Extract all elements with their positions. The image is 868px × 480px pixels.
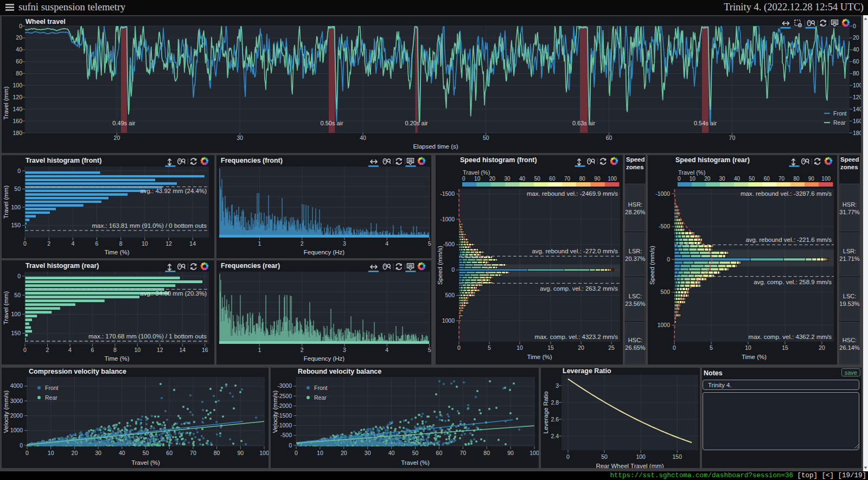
svg-text:15: 15 [547,344,554,351]
svg-text:0: 0 [566,453,570,460]
svg-text:26.65%: 26.65% [625,344,646,351]
svg-text:LSC:: LSC: [843,293,856,299]
svg-text:100: 100 [636,453,646,460]
svg-text:90: 90 [808,176,815,182]
svg-text:20: 20 [704,176,711,182]
svg-text:Time (%): Time (%) [742,354,767,360]
svg-text:LSR:: LSR: [629,248,642,254]
svg-text:90: 90 [507,450,514,456]
svg-text:40: 40 [388,450,395,456]
svg-text:Time (%): Time (%) [527,354,552,360]
svg-text:8: 8 [113,347,117,353]
svg-text:0: 0 [678,176,681,182]
svg-text:-3000: -3000 [277,382,292,389]
svg-text:40: 40 [853,46,859,53]
svg-text:Fequency (Hz): Fequency (Hz) [304,355,345,362]
svg-text:Velocity (mm/s): Velocity (mm/s) [3,391,9,433]
svg-text:0.49s air: 0.49s air [112,120,136,126]
svg-text:80: 80 [793,176,800,182]
svg-text:LSC:: LSC: [629,293,642,299]
svg-text:0.20s air: 0.20s air [405,120,429,126]
svg-text:10: 10 [48,450,54,456]
svg-text:-1000: -1000 [655,190,670,197]
svg-text:-1000: -1000 [277,422,292,428]
svg-text:70: 70 [459,450,466,456]
svg-text:60: 60 [549,176,556,182]
svg-text:40: 40 [734,176,741,182]
svg-text:15: 15 [782,344,788,351]
svg-text:-1000: -1000 [440,216,455,222]
svg-text:Compression velocity balance: Compression velocity balance [29,368,126,375]
svg-text:Velocity (mm/s): Velocity (mm/s) [272,391,278,433]
svg-text:-2500: -2500 [277,393,292,399]
svg-text:avg.: 43.92 mm (24.4%): avg.: 43.92 mm (24.4%) [140,188,207,194]
svg-text:80: 80 [483,450,490,456]
svg-text:HSR:: HSR: [628,201,642,208]
svg-text:6: 6 [91,347,94,353]
svg-text:0: 0 [457,344,461,351]
svg-text:4: 4 [385,240,388,247]
svg-text:0: 0 [25,450,29,456]
svg-text:HSC:: HSC: [628,337,642,343]
svg-text:1000: 1000 [10,427,23,433]
svg-text:Speed histogram (rear): Speed histogram (rear) [675,156,750,164]
svg-text:70: 70 [778,176,785,182]
svg-text:50: 50 [14,185,21,192]
svg-text:80: 80 [214,450,220,456]
svg-text:Time (%): Time (%) [104,355,129,362]
svg-text:avg. rebound vel.: -221.6 mm/s: avg. rebound vel.: -221.6 mm/s [745,236,832,243]
svg-text:26.14%: 26.14% [839,344,860,351]
svg-text:100: 100 [12,82,22,88]
svg-text:HSR:: HSR: [843,201,857,208]
svg-text:avg.: 34.60 mm (20.3%): avg.: 34.60 mm (20.3%) [140,290,207,297]
svg-text:20: 20 [853,34,859,41]
svg-text:Fequency (Hz): Fequency (Hz) [304,249,345,255]
svg-text:0: 0 [462,176,465,182]
svg-text:2.4: 2.4 [551,433,559,439]
svg-text:-1500: -1500 [440,190,455,197]
svg-text:80: 80 [579,176,586,182]
svg-text:140: 140 [12,106,22,112]
svg-text:0: 0 [295,450,298,456]
svg-text:14: 14 [179,347,186,353]
svg-text:-500: -500 [443,241,455,247]
svg-text:1: 1 [258,347,261,353]
svg-text:70: 70 [190,450,196,456]
svg-text:40: 40 [519,176,526,182]
svg-text:Rear: Rear [833,119,846,126]
svg-text:1000: 1000 [658,322,671,328]
svg-text:14: 14 [189,240,196,247]
svg-text:-1500: -1500 [277,412,292,419]
svg-text:30: 30 [237,135,243,141]
svg-text:5: 5 [428,240,431,247]
svg-text:30: 30 [95,450,101,456]
svg-text:20: 20 [819,344,825,351]
svg-text:150: 150 [673,453,682,460]
svg-text:10: 10 [142,240,148,247]
svg-text:10: 10 [474,176,481,182]
svg-text:0: 0 [673,344,676,351]
svg-text:max.: 170.68 mm (100.0%) / 1 b: max.: 170.68 mm (100.0%) / 1 bottom outs [88,333,207,340]
svg-text:0.63s air: 0.63s air [572,120,596,126]
svg-text:100: 100 [11,204,21,210]
svg-text:Travel (mm): Travel (mm) [3,86,9,120]
svg-text:Rear Wheel Travel (mm): Rear Wheel Travel (mm) [596,463,663,468]
svg-text:100: 100 [259,450,269,456]
svg-text:10: 10 [690,176,696,182]
svg-text:Travel (%): Travel (%) [463,169,490,176]
svg-text:zones: zones [840,164,858,170]
svg-text:500: 500 [660,289,670,295]
svg-text:150: 150 [11,222,21,228]
svg-text:Front: Front [45,385,59,391]
svg-text:Speed (mm/s): Speed (mm/s) [649,246,655,285]
svg-text:LSR:: LSR: [843,248,856,254]
svg-text:23.56%: 23.56% [625,300,646,307]
svg-text:20: 20 [72,450,78,456]
svg-text:150: 150 [11,330,21,336]
svg-text:4: 4 [385,347,388,353]
svg-text:5: 5 [428,347,431,353]
svg-text:60: 60 [436,450,443,456]
svg-text:100: 100 [853,82,861,88]
svg-text:8: 8 [119,240,123,247]
svg-text:Wheel travel: Wheel travel [25,18,66,25]
